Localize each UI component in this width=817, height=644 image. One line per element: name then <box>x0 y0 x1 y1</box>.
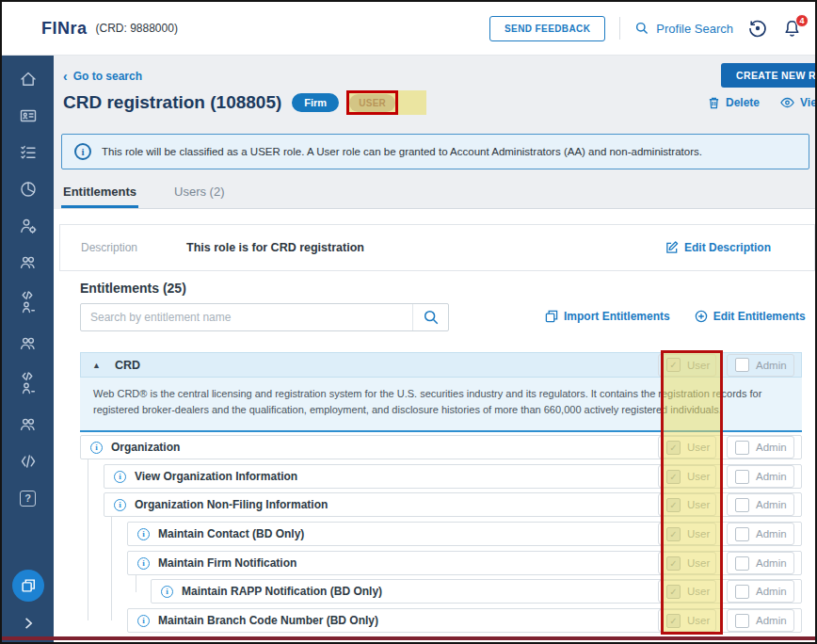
admin-checkbox-chip[interactable]: Admin <box>727 552 794 574</box>
user-checkbox[interactable]: ✓ <box>666 527 681 541</box>
admin-checkbox[interactable] <box>735 498 749 512</box>
description-label: Description <box>81 241 186 254</box>
entitlement-row: iMaintain Branch Code Number (BD Only)✓U… <box>127 608 802 633</box>
tab-bar: Entitlements Users (2) <box>61 180 815 209</box>
window-switcher-button[interactable] <box>12 570 44 602</box>
entitlement-label: Maintain RAPP Notification (BD Only) <box>182 585 382 598</box>
user-checkbox-chip[interactable]: ✓User <box>658 552 716 574</box>
entitlement-label: Organization <box>111 441 180 454</box>
info-icon[interactable]: i <box>161 586 173 598</box>
app-window: FINra (CRD: 9888000) SEND FEEDBACK Profi… <box>0 0 817 644</box>
user-checkbox[interactable]: ✓ <box>666 358 681 372</box>
tab-users[interactable]: Users (2) <box>172 180 226 208</box>
admin-checkbox[interactable] <box>735 614 749 628</box>
user-checkbox[interactable]: ✓ <box>666 470 681 484</box>
admin-checkbox[interactable] <box>735 441 749 455</box>
info-icon[interactable]: i <box>137 557 150 570</box>
collapse-triangle-icon[interactable]: ▲ <box>92 361 101 370</box>
admin-checkbox[interactable] <box>735 358 749 372</box>
id-card-icon[interactable] <box>18 105 39 126</box>
info-icon[interactable]: i <box>137 615 150 627</box>
user-checkbox[interactable]: ✓ <box>666 441 681 455</box>
crd-group-header[interactable]: ▲ CRD ✓UserAdmin <box>80 352 802 378</box>
page-title: CRD registration (108805) <box>63 92 281 113</box>
notifications-bell[interactable]: 4 <box>782 19 802 39</box>
admin-checkbox-label: Admin <box>756 499 787 510</box>
admin-checkbox-chip[interactable]: Admin <box>727 354 794 377</box>
home-icon[interactable] <box>18 69 39 89</box>
sidebar-expand-chevron-icon[interactable] <box>21 616 36 631</box>
chevron-left-icon: ‹ <box>63 72 68 81</box>
admin-checkbox-chip[interactable]: Admin <box>727 465 794 488</box>
code-user-icon[interactable] <box>18 370 39 398</box>
entitlement-row: iMaintain RAPP Notification (BD Only)✓Us… <box>151 579 802 604</box>
user-checkbox[interactable]: ✓ <box>666 498 681 512</box>
tree-guide-line <box>88 459 88 620</box>
users-icon[interactable] <box>18 414 39 435</box>
admin-checkbox[interactable] <box>735 527 749 541</box>
search-submit-button[interactable] <box>412 304 448 330</box>
entitlement-row: iMaintain Contact (BD Only)✓UserAdmin <box>127 522 802 546</box>
admin-checkbox-chip[interactable]: Admin <box>727 493 794 516</box>
firm-crd-number: (CRD: 9888000) <box>96 22 178 35</box>
user-checkbox-chip[interactable]: ✓User <box>658 465 716 488</box>
go-to-search-link[interactable]: ‹ Go to search <box>63 70 142 83</box>
admin-checkbox-chip[interactable]: Admin <box>727 580 794 603</box>
info-icon[interactable]: i <box>114 471 126 483</box>
checklist-icon[interactable] <box>18 142 39 163</box>
code-user-icon[interactable] <box>18 289 39 317</box>
tree-guide-line <box>111 517 112 620</box>
user-checkbox-label: User <box>687 528 710 539</box>
info-icon[interactable]: i <box>90 442 103 454</box>
edit-entitlements-link[interactable]: Edit Entitlements <box>695 310 806 323</box>
code-icon[interactable] <box>18 451 39 472</box>
user-checkbox-chip[interactable]: ✓User <box>658 580 716 603</box>
admin-checkbox-label: Admin <box>756 360 787 371</box>
help-icon[interactable]: ? <box>18 488 39 508</box>
description-card: Description This role is for CRD registr… <box>59 224 815 271</box>
entitlement-label: Maintain Branch Code Number (BD Only) <box>158 614 378 627</box>
group-name: CRD <box>115 359 140 372</box>
trash-icon <box>708 96 720 109</box>
admin-checkbox[interactable] <box>735 556 749 571</box>
entitlement-label: Organization Non-Filing Information <box>135 498 328 511</box>
delete-role-link[interactable]: Delete <box>708 96 760 109</box>
pie-chart-icon[interactable] <box>18 179 39 200</box>
admin-checkbox[interactable] <box>735 585 749 599</box>
tab-entitlements[interactable]: Entitlements <box>61 180 138 208</box>
view-assigned-accounts-link[interactable]: View Assigned Accounts <box>780 96 815 109</box>
send-feedback-button[interactable]: SEND FEEDBACK <box>489 16 605 41</box>
users-icon[interactable] <box>18 333 39 354</box>
entitlement-search-input[interactable] <box>81 304 412 330</box>
eye-icon <box>780 97 794 108</box>
user-checkbox-chip[interactable]: ✓User <box>658 354 716 377</box>
user-checkbox-chip[interactable]: ✓User <box>658 609 716 632</box>
info-icon[interactable]: i <box>137 528 150 540</box>
user-gear-icon[interactable] <box>18 216 39 236</box>
entitlement-row: iView Organization Information✓UserAdmin <box>104 464 802 489</box>
user-checkbox-chip[interactable]: ✓User <box>658 493 716 516</box>
sidebar-icon-list: ? <box>2 55 54 508</box>
user-checkbox[interactable]: ✓ <box>666 614 681 628</box>
user-checkbox[interactable]: ✓ <box>666 556 681 571</box>
user-checkbox[interactable]: ✓ <box>666 585 681 599</box>
info-icon[interactable]: i <box>114 499 126 511</box>
admin-checkbox-chip[interactable]: Admin <box>727 609 794 632</box>
admin-checkbox[interactable] <box>735 470 749 484</box>
firm-badge: Firm <box>292 93 339 112</box>
admin-checkbox-chip[interactable]: Admin <box>727 436 794 459</box>
profile-search-link[interactable]: Profile Search <box>634 21 733 36</box>
admin-checkbox-label: Admin <box>756 557 787 569</box>
users-icon[interactable] <box>18 252 39 273</box>
admin-checkbox-chip[interactable]: Admin <box>727 523 794 545</box>
profile-search-label: Profile Search <box>656 22 733 36</box>
entitlements-panel: Description This role is for CRD registr… <box>54 209 815 642</box>
annotation-underline <box>2 636 815 640</box>
entitlement-search-box <box>80 303 449 331</box>
edit-description-link[interactable]: Edit Description <box>665 241 771 254</box>
create-new-role-button[interactable]: CREATE NEW ROLE <box>721 63 815 88</box>
user-checkbox-chip[interactable]: ✓User <box>658 436 716 459</box>
import-entitlements-link[interactable]: Import Entitlements <box>545 310 670 323</box>
user-checkbox-chip[interactable]: ✓User <box>658 523 716 545</box>
recently-viewed-icon[interactable] <box>747 18 768 39</box>
